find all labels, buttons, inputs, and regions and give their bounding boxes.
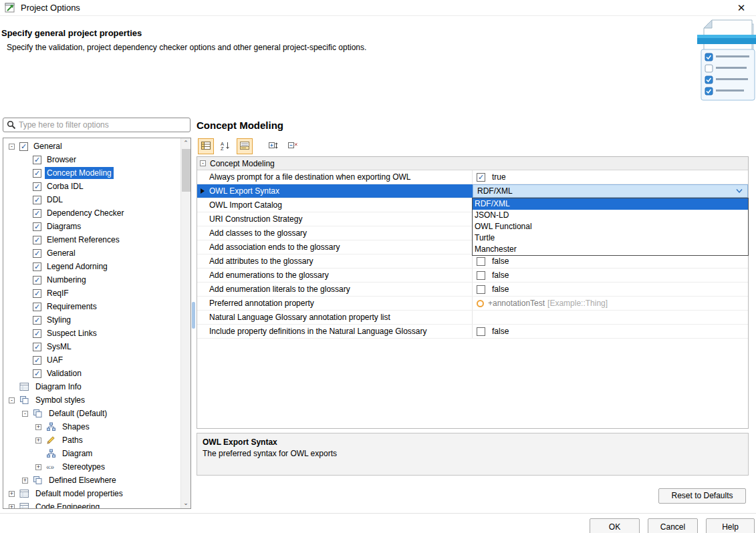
tree-item-checkbox[interactable]: ✓ <box>33 236 41 244</box>
property-value[interactable]: false <box>473 325 748 338</box>
property-value[interactable]: ✓true <box>473 170 748 184</box>
tree-item-checkbox[interactable]: ✓ <box>33 249 41 258</box>
show-description-button[interactable] <box>237 138 253 154</box>
close-icon[interactable]: ✕ <box>733 1 749 15</box>
tree-item-general[interactable]: -✓General <box>3 140 180 153</box>
tree-item-checkbox[interactable]: ✓ <box>33 303 41 311</box>
tree-item-diagrams[interactable]: ✓Diagrams <box>3 220 180 233</box>
tree-item-requirements[interactable]: ✓Requirements <box>3 300 180 313</box>
tree-item-sysml[interactable]: ✓SysML <box>3 340 180 353</box>
dropdown-option-manchester[interactable]: Manchester <box>473 244 748 255</box>
dropdown-option-turtle[interactable]: Turtle <box>473 232 748 244</box>
tree-item-checkbox[interactable]: ✓ <box>33 356 41 365</box>
tree-item-suspect-links[interactable]: ✓Suspect Links <box>3 327 180 340</box>
tree-item-checkbox[interactable]: ✓ <box>33 222 41 231</box>
expand-toggle-icon[interactable]: + <box>9 491 15 497</box>
expand-all-button[interactable] <box>265 138 281 154</box>
tree-item-paths[interactable]: +Paths <box>3 433 180 447</box>
tree-item-ddl[interactable]: ✓DDL <box>3 193 180 206</box>
tree-item-element-references[interactable]: ✓Element References <box>3 233 180 246</box>
group-collapse-icon[interactable]: - <box>200 160 206 166</box>
panel-splitter-handle[interactable] <box>192 302 195 329</box>
tree-item-legend-adorning[interactable]: ✓Legend Adorning <box>3 260 180 273</box>
scrollbar-thumb[interactable] <box>182 149 191 192</box>
collapse-toggle-icon[interactable]: - <box>9 397 15 403</box>
property-row-natural-language-glossary-annotation-property-list[interactable]: Natural Language Glossary annotation pro… <box>197 311 748 325</box>
tree-item-validation[interactable]: ✓Validation <box>3 367 180 380</box>
collapse-toggle-icon[interactable]: - <box>22 411 28 417</box>
filter-options-input[interactable] <box>19 120 190 130</box>
tree-item-checkbox[interactable]: ✓ <box>33 262 41 271</box>
dropdown-option-json-ld[interactable]: JSON-LD <box>473 210 748 221</box>
tree-item-browser[interactable]: ✓Browser <box>3 153 180 166</box>
categorized-view-button[interactable] <box>198 138 214 154</box>
tree-scrollbar[interactable]: ⌃ ⌄ <box>180 138 191 508</box>
tree-item-symbol-styles[interactable]: -Symbol styles <box>3 393 180 407</box>
tree-item-dependency-checker[interactable]: ✓Dependency Checker <box>3 206 180 220</box>
tree-item-checkbox[interactable]: ✓ <box>19 142 28 151</box>
cancel-button[interactable]: Cancel <box>648 518 698 533</box>
sort-alphabetically-button[interactable]: AZ <box>217 138 233 154</box>
tree-item-checkbox[interactable]: ✓ <box>33 276 41 285</box>
tree-item-general[interactable]: ✓General <box>3 246 180 260</box>
tree-item-checkbox[interactable]: ✓ <box>33 156 41 164</box>
property-row-always-prompt-for-a-file-destination-when-exporting-owl[interactable]: Always prompt for a file destination whe… <box>197 170 748 184</box>
expand-toggle-icon[interactable]: + <box>35 437 41 443</box>
tree-item-reqif[interactable]: ✓ReqIF <box>3 287 180 300</box>
property-row-include-property-definitions-in-the-natural-language-glossary[interactable]: Include property definitions in the Natu… <box>197 325 748 339</box>
collapse-all-button[interactable] <box>285 138 301 154</box>
value-checkbox[interactable]: ✓ <box>477 173 485 182</box>
tree-item-code-engineering[interactable]: +Code Engineering <box>3 500 180 509</box>
property-row-owl-export-syntax[interactable]: OWL Export SyntaxRDF/XML <box>197 184 748 198</box>
expand-toggle-icon[interactable]: + <box>35 424 41 430</box>
tree-item-concept-modeling[interactable]: ✓Concept Modeling <box>3 166 180 180</box>
property-value[interactable]: RDF/XML <box>473 184 748 198</box>
tree-item-default-model-properties[interactable]: +Default model properties <box>3 487 180 500</box>
property-value[interactable]: false <box>473 254 748 268</box>
tree-item-checkbox[interactable]: ✓ <box>33 182 41 191</box>
collapse-toggle-icon[interactable]: - <box>9 144 15 150</box>
tree-item-checkbox[interactable]: ✓ <box>33 343 41 351</box>
dropdown-option-owl-functional[interactable]: OWL Functional <box>473 221 748 232</box>
value-checkbox[interactable] <box>477 327 485 336</box>
property-value[interactable]: +annotationTest[Example::Thing] <box>473 297 748 310</box>
property-value[interactable]: false <box>473 269 748 282</box>
owl-export-syntax-combobox[interactable]: RDF/XML <box>473 184 748 198</box>
reset-to-defaults-button[interactable]: Reset to Defaults <box>658 488 746 504</box>
tree-item-stereotypes[interactable]: +«»Stereotypes <box>3 460 180 474</box>
tree-item-checkbox[interactable]: ✓ <box>33 196 41 204</box>
tree-item-numbering[interactable]: ✓Numbering <box>3 273 180 287</box>
tree-item-diagram-info[interactable]: Diagram Info <box>3 380 180 393</box>
expand-toggle-icon[interactable]: + <box>9 504 15 510</box>
expand-toggle-icon[interactable]: + <box>22 478 28 484</box>
tree-item-checkbox[interactable]: ✓ <box>33 329 41 338</box>
expand-toggle-icon[interactable]: + <box>35 464 41 470</box>
chevron-down-icon[interactable] <box>735 188 743 194</box>
property-row-add-enumerations-to-the-glossary[interactable]: Add enumerations to the glossaryfalse <box>197 269 748 283</box>
tree-item-diagram[interactable]: Diagram <box>3 447 180 460</box>
value-checkbox[interactable] <box>477 257 485 266</box>
value-checkbox[interactable] <box>477 271 485 280</box>
property-group-header[interactable]: - Concept Modeling <box>197 157 748 170</box>
tree-item-checkbox[interactable]: ✓ <box>33 209 41 218</box>
value-checkbox[interactable] <box>477 285 485 294</box>
tree-item-uaf[interactable]: ✓UAF <box>3 353 180 367</box>
help-button[interactable]: Help <box>706 518 755 533</box>
tree-item-defined-elsewhere[interactable]: +Defined Elsewhere <box>3 474 180 487</box>
property-row-add-enumeration-literals-to-the-glossary[interactable]: Add enumeration literals to the glossary… <box>197 283 748 297</box>
scroll-up-icon[interactable]: ⌃ <box>181 138 191 148</box>
scroll-down-icon[interactable]: ⌄ <box>181 498 191 508</box>
tree-item-styling[interactable]: ✓Styling <box>3 313 180 327</box>
tree-item-checkbox[interactable]: ✓ <box>33 169 41 178</box>
tree-item-shapes[interactable]: +Shapes <box>3 420 180 433</box>
tree-item-checkbox[interactable]: ✓ <box>33 369 41 378</box>
ok-button[interactable]: OK <box>590 518 640 533</box>
tree-item-default-default[interactable]: -Default (Default) <box>3 407 180 420</box>
dropdown-option-rdf-xml[interactable]: RDF/XML <box>473 198 748 210</box>
property-row-preferred-annotation-property[interactable]: Preferred annotation property+annotation… <box>197 297 748 311</box>
property-row-add-attributes-to-the-glossary[interactable]: Add attributes to the glossaryfalse <box>197 254 748 269</box>
tree-item-checkbox[interactable]: ✓ <box>33 289 41 298</box>
property-value[interactable] <box>473 311 748 324</box>
tree-item-corba-idl[interactable]: ✓Corba IDL <box>3 180 180 193</box>
property-value[interactable]: false <box>473 283 748 296</box>
